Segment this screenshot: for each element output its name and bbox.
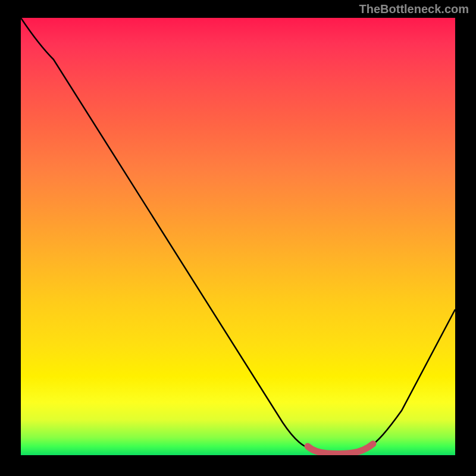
bottleneck-curve-line: [21, 18, 455, 454]
chart-container: TheBottleneck.com: [0, 0, 476, 476]
plot-area: [21, 18, 455, 455]
optimal-range-highlight: [308, 444, 373, 454]
watermark-text: TheBottleneck.com: [359, 2, 469, 16]
curve-svg: [21, 18, 455, 455]
